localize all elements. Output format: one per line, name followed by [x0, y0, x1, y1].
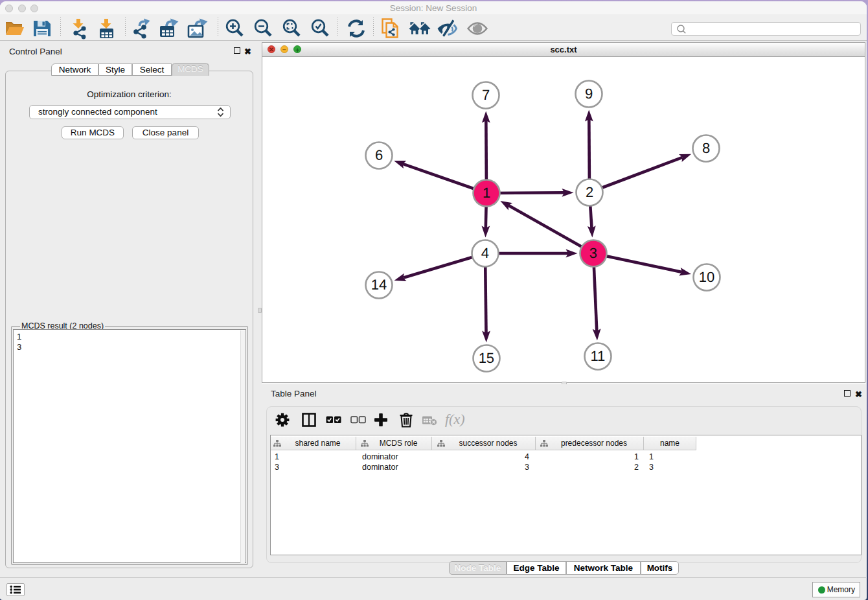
svg-text:15: 15	[479, 350, 494, 366]
svg-text:6: 6	[375, 147, 383, 163]
svg-text:7: 7	[482, 87, 490, 103]
svg-text:4: 4	[481, 245, 489, 261]
svg-text:2: 2	[586, 184, 593, 200]
svg-text:11: 11	[590, 348, 605, 364]
svg-text:9: 9	[585, 86, 593, 102]
svg-text:10: 10	[699, 269, 714, 285]
svg-text:14: 14	[371, 277, 387, 293]
svg-text:1: 1	[483, 185, 490, 201]
svg-text:8: 8	[702, 140, 710, 156]
svg-text:3: 3	[589, 245, 597, 261]
